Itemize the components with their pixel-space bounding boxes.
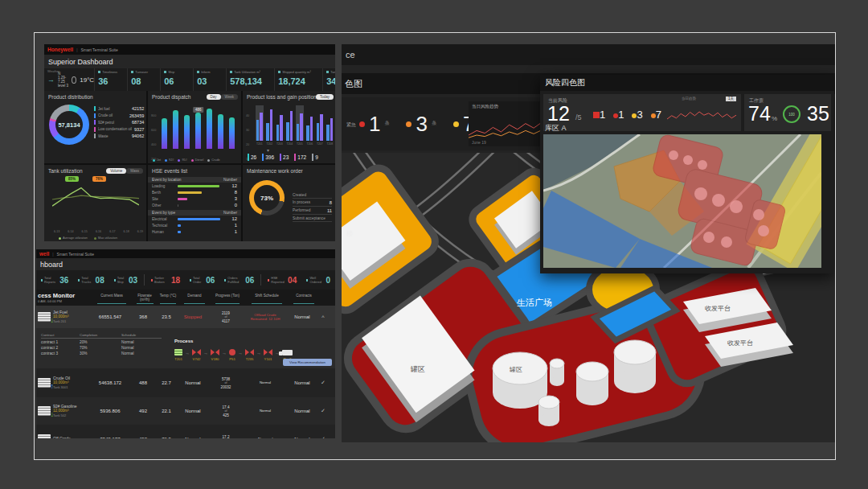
pump-icon	[229, 349, 235, 355]
loss-bar-pair: T205	[296, 105, 304, 141]
panel-product-dispatch: Product dispatch Day Week 8006004002000 …	[148, 91, 241, 163]
tank-icon: ↓	[38, 312, 51, 322]
process-flow: ProcessT201→V742→V180→P51→T235→Y101→Ray2	[174, 331, 332, 361]
dashboard-title: Superior Dashboard	[44, 55, 335, 68]
life-plaza-label: 生活广场	[517, 298, 552, 307]
row-expander[interactable]: ✓	[317, 408, 329, 414]
panel-title: HSE events list	[148, 165, 241, 175]
truck-icon	[282, 350, 293, 355]
wind-icon: →	[47, 76, 55, 84]
dispatch-toggle[interactable]: Day Week	[207, 94, 238, 100]
column-header: Demand	[179, 294, 210, 302]
risk-marker: 1	[613, 107, 628, 121]
brand-separator: |	[76, 47, 77, 52]
maintenance-row: Created	[293, 191, 332, 199]
toggle-on[interactable]: Volume	[106, 168, 126, 174]
utilization-toggle[interactable]: Volume Mass	[106, 168, 143, 174]
kpi-strip: Total Reports36Total Trucks08Total Ship0…	[36, 270, 335, 290]
valve-icon	[211, 349, 219, 355]
wind-line2: level 3	[58, 84, 68, 88]
cylinder-tank-label: 罐区	[509, 366, 522, 373]
contract-subtable: ContractCompletionSchedulecontract 120%N…	[41, 333, 162, 355]
loss-stat: 9	[312, 154, 318, 161]
loss-stat: 172	[294, 154, 306, 161]
kpi-divider	[260, 274, 261, 286]
process-node-P51[interactable]: P51	[229, 349, 235, 361]
process-node-V180[interactable]: V180	[211, 349, 219, 361]
trend-range-toggle[interactable]: 1天	[726, 97, 736, 101]
y-tick: 20	[246, 134, 249, 149]
toggle-on[interactable]: Day	[207, 94, 221, 100]
table-row[interactable]: ↑Off Grade3549.17749276.9Normal17.2ofAbn…	[36, 425, 335, 438]
column-header: Temp (°C)	[157, 294, 179, 302]
risk-count: 12	[547, 102, 570, 125]
distribution-donut-chart: 57,8134	[49, 105, 89, 145]
loss-button[interactable]: Today	[316, 94, 334, 100]
risk-stats-card: 当前风险 12 /5 1137 当日趋势 1天	[543, 94, 741, 131]
dispatch-bar	[170, 105, 181, 149]
table-row[interactable]: ↑Crude Oil10,000m³Tank 300154638.1724882…	[36, 368, 335, 397]
alert-count: 1条	[359, 112, 400, 137]
monitor-subtitle: 0 AM- 04:00 PM	[38, 299, 91, 303]
satellite-risk-map[interactable]	[543, 134, 821, 268]
hse-section-header: Event by locationNumber	[148, 177, 241, 183]
row-expander[interactable]: ✓	[317, 380, 329, 386]
table-row[interactable]: ↓92# Gasoline12,000m³Tank 5025936.806492…	[36, 397, 335, 425]
process-node-T235[interactable]: T235	[245, 349, 254, 361]
utilization-badge-green: 85%	[65, 176, 79, 182]
column-header: Contracts	[289, 294, 319, 302]
toggle-off[interactable]: Mass	[126, 168, 143, 174]
recommendation-button[interactable]: View Recommendation	[283, 359, 332, 366]
maintenance-gauge: 73%	[249, 180, 285, 216]
process-node-V742[interactable]: V742	[192, 349, 201, 361]
loss-bar-pair: T202	[266, 105, 274, 141]
y-tick: 400	[151, 134, 156, 149]
kpi-icon	[164, 71, 166, 73]
wind-line1: N 1.29- 7.25	[58, 72, 68, 84]
platform1-label: 收发平台	[705, 305, 731, 312]
panel-product-distribution: Product distribution 57,8134 Jet fuel421…	[44, 91, 146, 163]
y-tick: 40	[246, 105, 249, 120]
maintenance-row: Performed11	[293, 207, 332, 215]
hse-row: Technical1	[148, 222, 241, 228]
risk-marker: 7	[651, 107, 666, 121]
process-node-T201[interactable]: T201	[174, 349, 182, 361]
percent-unit: %	[772, 115, 777, 122]
dispatch-bar-chart: 8006004002000 486	[151, 105, 238, 149]
process-node-Y101[interactable]: Y101	[264, 349, 272, 361]
donut-center-value: 57,8134	[55, 111, 83, 138]
loss-bar-chart: T201T202T203T204T205T206T207T208	[256, 105, 334, 141]
kpi-tile: Tank Ullage m³348,6	[323, 68, 335, 91]
loss-bar-pair: T201	[256, 105, 264, 141]
loss-caret-icon[interactable]: ▾	[267, 147, 269, 153]
table-row[interactable]: ↓Jet Fuel10,000m³Tank 20166551.54736823.…	[36, 306, 335, 328]
y-tick: 30	[246, 120, 249, 134]
utilization-line-chart	[52, 181, 139, 220]
kpi-item: HSE Reported04	[263, 276, 301, 285]
kpi-tile: Shipped quantity m³18,724	[275, 68, 323, 91]
platform2-label: 收发平台	[727, 339, 753, 347]
loss-stat: 396	[262, 154, 274, 161]
loss-range-button[interactable]: Today	[316, 94, 334, 100]
x-tick: 6-13	[54, 221, 59, 236]
x-tick: 6-19	[137, 221, 143, 236]
hse-sections: Event by locationNumberLoading12Berth8Si…	[148, 177, 241, 235]
building-office-label: 楼	[346, 230, 353, 237]
loss-stats-row: 26396231729	[248, 154, 335, 161]
green-gauge-ring: 100	[783, 105, 800, 123]
kpi-icon	[326, 71, 329, 73]
toggle-off[interactable]: Week	[221, 94, 238, 100]
kpi-tile: Turnover08	[128, 68, 161, 91]
loss-bar-pair: T208	[326, 105, 334, 141]
dispatch-bar	[182, 105, 193, 149]
kpi-item: Total Ship03	[109, 276, 142, 285]
dispatch-bar: 486	[193, 105, 204, 149]
bar-tooltip: 486	[193, 107, 204, 113]
row-expander[interactable]: ✓	[317, 436, 329, 438]
legend-item: Jet	[153, 158, 161, 162]
work-ticket-count: 35	[807, 102, 829, 125]
panel-title: Maintenance work order	[243, 165, 335, 175]
row-expander[interactable]: ^	[317, 314, 329, 320]
dispatch-bar	[158, 105, 170, 149]
dispatch-legend: Jet92#95#DieselCrude	[153, 158, 220, 162]
